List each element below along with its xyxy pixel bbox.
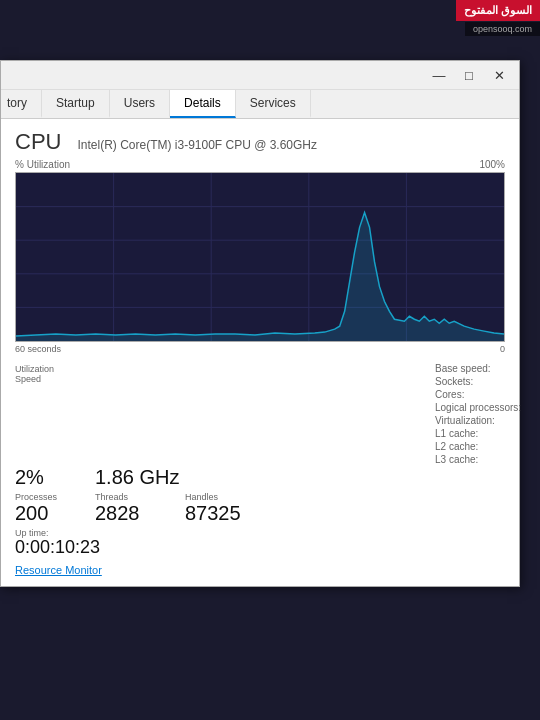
handles-label: Handles [185, 492, 265, 502]
task-manager-window: — □ ✕ tory Startup Users Details Service… [0, 60, 520, 587]
threads-label: Threads [95, 492, 175, 502]
watermark-logo: السوق المفتوح [456, 0, 540, 21]
right-stat-label: Sockets: [435, 375, 540, 388]
right-stats-panel: Base speed:3.60 GHzSockets:1Cores:4Logic… [435, 362, 540, 466]
tab-startup[interactable]: Startup [42, 90, 110, 118]
cpu-header: CPU Intel(R) Core(TM) i3-9100F CPU @ 3.6… [15, 129, 505, 155]
time-start: 60 seconds [15, 344, 61, 354]
close-button[interactable]: ✕ [485, 65, 513, 85]
resource-monitor-link[interactable]: Resource Monitor [15, 564, 102, 576]
window-controls: — □ ✕ [425, 65, 513, 85]
uptime-section: Up time: 0:00:10:23 [15, 528, 505, 558]
right-stat-label: L2 cache: [435, 440, 540, 453]
time-end: 0 [500, 344, 505, 354]
watermark-url: opensooq.com [465, 22, 540, 36]
speed-stat [125, 362, 245, 386]
cpu-chart [15, 172, 505, 342]
chart-labels: % Utilization 100% [15, 159, 505, 170]
right-stat-label: Logical processors: [435, 401, 540, 414]
title-bar: — □ ✕ [1, 61, 519, 90]
utilization-value: 2% [15, 466, 85, 488]
tab-history[interactable]: tory [1, 90, 42, 118]
right-stat-label: L3 cache: [435, 453, 540, 466]
minimize-button[interactable]: — [425, 65, 453, 85]
handles-value: 87325 [185, 502, 265, 524]
processes-label: Processes [15, 492, 85, 502]
cpu-content: CPU Intel(R) Core(TM) i3-9100F CPU @ 3.6… [1, 119, 519, 586]
right-stat-label: Virtualization: [435, 414, 540, 427]
tab-services[interactable]: Services [236, 90, 311, 118]
processes-value: 200 [15, 502, 85, 524]
right-stat-label: L1 cache: [435, 427, 540, 440]
cpu-subtitle: Intel(R) Core(TM) i3-9100F CPU @ 3.60GHz [77, 138, 317, 152]
right-stat-label: Cores: [435, 388, 540, 401]
svg-marker-8 [16, 213, 504, 341]
speed-label: Speed [15, 374, 125, 384]
threads-value: 2828 [95, 502, 175, 524]
tab-bar: tory Startup Users Details Services [1, 90, 519, 119]
maximize-button[interactable]: □ [455, 65, 483, 85]
tab-users[interactable]: Users [110, 90, 170, 118]
uptime-value: 0:00:10:23 [15, 538, 505, 558]
y-axis-max: 100% [479, 159, 505, 170]
chart-time-labels: 60 seconds 0 [15, 344, 505, 354]
right-stat-label: Base speed: [435, 362, 540, 375]
utilization-label: Utilization [15, 364, 125, 374]
cpu-title: CPU [15, 129, 61, 155]
utilization-stat: Utilization Speed [15, 362, 125, 386]
y-axis-label: % Utilization [15, 159, 70, 170]
tab-details[interactable]: Details [170, 90, 236, 118]
speed-value: 1.86 GHz [95, 466, 215, 488]
